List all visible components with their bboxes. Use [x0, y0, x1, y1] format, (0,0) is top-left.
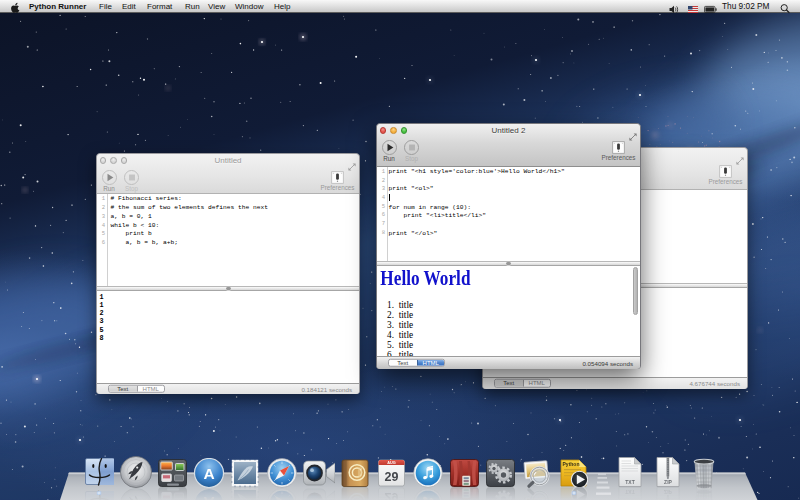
- svg-text:ZIP: ZIP: [664, 479, 672, 485]
- svg-text:A: A: [203, 464, 214, 481]
- svg-text:Python: Python: [563, 461, 580, 467]
- svg-text:TXT: TXT: [625, 479, 634, 485]
- svg-text:AUG: AUG: [387, 461, 395, 465]
- svg-text:29: 29: [384, 470, 398, 484]
